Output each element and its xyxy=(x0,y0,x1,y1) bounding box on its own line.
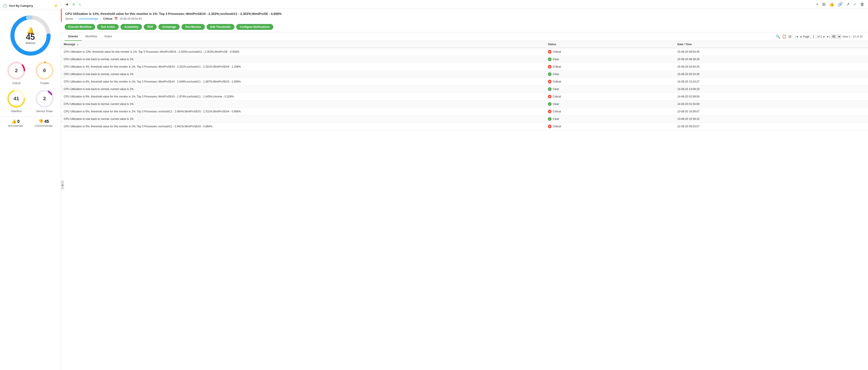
cell-message: CPU Utilization is 5%, threshold value f… xyxy=(61,123,545,130)
col-message[interactable]: Message ▲ xyxy=(61,41,545,48)
table-row[interactable]: CPU Utilization is now back to normal, c… xyxy=(61,115,868,123)
main-content: ◄ 0 1 + ⊞ 👍 🔗 ↗ ✓ 🗑 CPU Utilization is 1… xyxy=(61,0,868,370)
grid-icon[interactable]: ⊞ xyxy=(788,34,792,39)
unacknowledge-icon-wrap: 👎 45 xyxy=(38,119,49,124)
critical-donut: 2 xyxy=(6,60,26,81)
tabs-bar: Events Workflow Notes 🔍 📋 ⊞ |◄ ◄ Page of… xyxy=(61,32,868,41)
tab-events[interactable]: Events xyxy=(65,32,82,41)
cell-message: CPU Utilization is now back to normal, c… xyxy=(61,70,545,78)
page-last[interactable]: ►| xyxy=(827,35,830,38)
edit-thresholds-button[interactable]: Edit Thresholds xyxy=(207,24,235,30)
cell-message: CPU Utilization is now back to normal, c… xyxy=(61,85,545,93)
rdp-button[interactable]: RDP xyxy=(144,24,157,30)
cell-status: ✓Clear xyxy=(545,115,675,123)
thumbup-toolbar-icon[interactable]: 👍 xyxy=(828,1,835,7)
tabs-right-section: 🔍 📋 ⊞ |◄ ◄ Page of 1 ► ►| 50100200 View … xyxy=(774,34,864,39)
trend-icon[interactable]: ↗ xyxy=(845,1,850,7)
alert-sep1: :: xyxy=(75,17,76,20)
page-prev[interactable]: ◄ xyxy=(799,35,802,38)
clear-status-icon: ✓ xyxy=(548,57,552,61)
test-monitor-button[interactable]: Test Monitor xyxy=(182,24,205,30)
link-icon[interactable]: 🔗 xyxy=(837,1,844,7)
col-status[interactable]: Status xyxy=(545,41,675,48)
unacknowledge-label: UnAcknowledge xyxy=(35,124,53,127)
bookmark-icon[interactable]: ⊞ xyxy=(821,1,827,7)
test-action-button[interactable]: Test Action xyxy=(97,24,119,30)
main-donut-text: Alarms xyxy=(26,41,35,45)
status-text: Critical xyxy=(553,125,561,128)
table-row[interactable]: CPU Utilization is 5%, threshold value f… xyxy=(61,123,868,130)
per-page-select[interactable]: 50100200 xyxy=(831,34,841,39)
cell-datetime: 15-06-20 08:54:45 xyxy=(675,48,868,56)
filter-icon[interactable]: ⚡ xyxy=(54,4,58,8)
alert-title: CPU Utilization is 13%, threshold value … xyxy=(65,12,864,16)
cell-datetime: 14-06-20 13:24:27 xyxy=(675,78,868,85)
table-row[interactable]: CPU Utilization is 8%, threshold value f… xyxy=(61,78,868,85)
acknowledge-item[interactable]: 👍 0 Acknowledge xyxy=(8,119,23,127)
cell-message: CPU Utilization is now back to normal, c… xyxy=(61,56,545,63)
cell-message: CPU Utilization is 3%, threshold value f… xyxy=(61,63,545,70)
table-row[interactable]: CPU Utilization is now back to normal, c… xyxy=(61,85,868,93)
table-row[interactable]: CPU Utilization is 3%, threshold value f… xyxy=(61,63,868,70)
page-input[interactable] xyxy=(810,35,816,39)
table-row[interactable]: CPU Utilization is 9%, threshold value f… xyxy=(61,93,868,101)
check-icon[interactable]: ✓ xyxy=(852,1,858,7)
alert-severity: Critical xyxy=(103,17,112,20)
nav-number-0[interactable]: 0 xyxy=(71,2,76,6)
table-row[interactable]: CPU Utilization is 13%, threshold value … xyxy=(61,48,868,56)
alert-meta: Server :: UnAcknowledge :: Critical 📅 15… xyxy=(65,17,864,20)
unacknowledge-item[interactable]: 👎 45 UnAcknowledge xyxy=(35,119,53,127)
cell-status: ✕Critical xyxy=(545,78,675,85)
nav-left-arrow[interactable]: ◄ xyxy=(64,2,70,7)
page-first[interactable]: |◄ xyxy=(795,35,798,38)
col-datetime[interactable]: Date / Time xyxy=(675,41,868,48)
servicedown-label: Service Down xyxy=(36,110,53,113)
status-text: Critical xyxy=(553,80,561,83)
configure-notifications-button[interactable]: Configure Notifications xyxy=(236,24,274,30)
attention-donut-item: 41 Attention xyxy=(6,88,26,113)
clock-icon: 🕐 xyxy=(3,4,7,8)
clear-status-icon: ✓ xyxy=(548,102,552,106)
unmanage-button[interactable]: Unmanage xyxy=(158,24,180,30)
trash-icon[interactable]: 🗑 xyxy=(860,2,865,7)
cell-datetime: 13-06-20 16:09:07 xyxy=(675,108,868,115)
acknowledge-label: Acknowledge xyxy=(8,124,23,127)
availability-button[interactable]: Availability xyxy=(121,24,142,30)
ack-row: 👍 0 Acknowledge 👎 45 UnAcknowledge xyxy=(0,116,61,127)
critical-status-icon: ✕ xyxy=(548,50,552,54)
trouble-donut: 0 xyxy=(34,60,55,81)
table-row[interactable]: CPU Utilization is now back to normal, c… xyxy=(61,56,868,63)
tab-notes[interactable]: Notes xyxy=(101,32,116,41)
alert-sep2: :: xyxy=(100,17,101,20)
page-label: Page xyxy=(803,35,809,38)
critical-status-icon: ✕ xyxy=(548,110,552,113)
table-row[interactable]: CPU Utilization is 6%, threshold value f… xyxy=(61,108,868,115)
status-text: Clear xyxy=(553,103,559,106)
alert-header: CPU Utilization is 13%, threshold value … xyxy=(61,9,868,22)
status-text: Critical xyxy=(553,110,561,113)
table-row[interactable]: CPU Utilization is now back to normal, c… xyxy=(61,101,868,108)
status-text: Clear xyxy=(553,117,559,120)
events-data-table: Message ▲ Status Date / Time CPU Utiliza… xyxy=(61,41,868,130)
trouble-count: 0 xyxy=(43,67,46,74)
nav-number-1[interactable]: 1 xyxy=(78,2,82,6)
status-text: Critical xyxy=(553,50,561,53)
page-next[interactable]: ► xyxy=(823,35,826,38)
col-message-label: Message xyxy=(64,43,75,46)
sidebar-title: Sort By Category xyxy=(9,4,54,7)
alert-datetime: 15-06-20 08:54:45 xyxy=(120,17,142,20)
clear-status-icon: ✓ xyxy=(548,87,552,91)
search-icon[interactable]: 🔍 xyxy=(776,34,780,39)
col-status-label: Status xyxy=(548,43,556,46)
cell-datetime: 15-06-20 03:24:26 xyxy=(675,70,868,78)
table-row[interactable]: CPU Utilization is now back to normal, c… xyxy=(61,70,868,78)
cell-datetime: 14-06-20 13:09:18 xyxy=(675,85,868,93)
sidebar: 🕐 Sort By Category ⚡ 🔔 45 Alarms xyxy=(0,0,61,370)
add-icon[interactable]: + xyxy=(815,2,819,7)
servicedown-donut: 2 xyxy=(34,88,55,109)
execute-workflow-button[interactable]: Execute Workflow xyxy=(65,24,95,30)
sidebar-collapse-button[interactable]: ◄ xyxy=(61,180,64,190)
alert-meta-action[interactable]: UnAcknowledge xyxy=(79,17,98,20)
tab-workflow[interactable]: Workflow xyxy=(82,32,101,41)
calendar-view-icon[interactable]: 📋 xyxy=(782,34,786,39)
